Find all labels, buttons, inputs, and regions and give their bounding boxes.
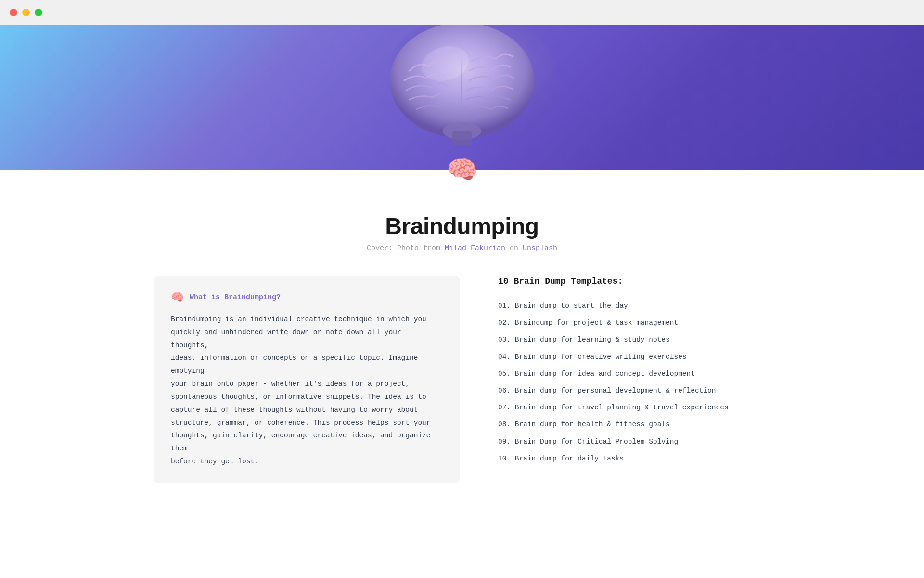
template-item[interactable]: 02. Braindump for project & task managem… bbox=[498, 315, 770, 331]
minimize-button[interactable] bbox=[22, 9, 30, 16]
brain-svg bbox=[361, 25, 563, 162]
callout-body: Braindumping is an individual creative t… bbox=[171, 313, 443, 468]
subtitle-middle: on bbox=[505, 244, 523, 252]
template-item[interactable]: 01. Brain dump to start the day bbox=[498, 298, 770, 315]
brain-illustration bbox=[342, 25, 582, 170]
callout-icon: 🧠 bbox=[171, 291, 184, 303]
template-item[interactable]: 03. Brain dump for learning & study note… bbox=[498, 331, 770, 348]
page-title: Braindumping bbox=[385, 213, 539, 239]
template-item[interactable]: 07. Brain dump for travel planning & tra… bbox=[498, 399, 770, 416]
template-list: 01. Brain dump to start the day02. Brain… bbox=[498, 298, 770, 467]
page-icon: 🧠 bbox=[447, 155, 478, 184]
svg-rect-3 bbox=[452, 131, 472, 145]
callout-box: 🧠 What is Braindumping? Braindumping is … bbox=[154, 276, 460, 483]
subtitle-prefix: Cover: Photo from bbox=[367, 244, 445, 252]
page-header: 🧠 Braindumping Cover: Photo from Milad F… bbox=[0, 170, 924, 267]
author-link[interactable]: Milad Fakurian bbox=[445, 244, 505, 252]
window-chrome bbox=[0, 0, 924, 25]
template-item[interactable]: 08. Brain dump for health & fitness goal… bbox=[498, 416, 770, 433]
template-item[interactable]: 05. Brain dump for idea and concept deve… bbox=[498, 366, 770, 382]
template-item[interactable]: 10. Brain dump for daily tasks bbox=[498, 450, 770, 467]
close-button[interactable] bbox=[10, 9, 17, 16]
template-item[interactable]: 06. Brain dump for personal development … bbox=[498, 382, 770, 399]
template-item[interactable]: 04. Brain dump for creative writing exer… bbox=[498, 349, 770, 366]
maximize-button[interactable] bbox=[35, 9, 42, 16]
callout-title: What is Braindumping? bbox=[190, 293, 281, 302]
callout-header: 🧠 What is Braindumping? bbox=[171, 291, 443, 303]
platform-link[interactable]: Unsplash bbox=[523, 244, 557, 252]
page-subtitle: Cover: Photo from Milad Fakurian on Unsp… bbox=[367, 244, 557, 252]
templates-title: 10 Brain Dump Templates: bbox=[498, 276, 770, 286]
main-content: 🧠 Braindumping Cover: Photo from Milad F… bbox=[0, 25, 924, 512]
template-item[interactable]: 09. Brain Dump for Critical Problem Solv… bbox=[498, 434, 770, 450]
templates-section: 10 Brain Dump Templates: 01. Brain dump … bbox=[498, 276, 770, 467]
content-area: 🧠 What is Braindumping? Braindumping is … bbox=[125, 267, 799, 512]
hero-cover bbox=[0, 25, 924, 170]
